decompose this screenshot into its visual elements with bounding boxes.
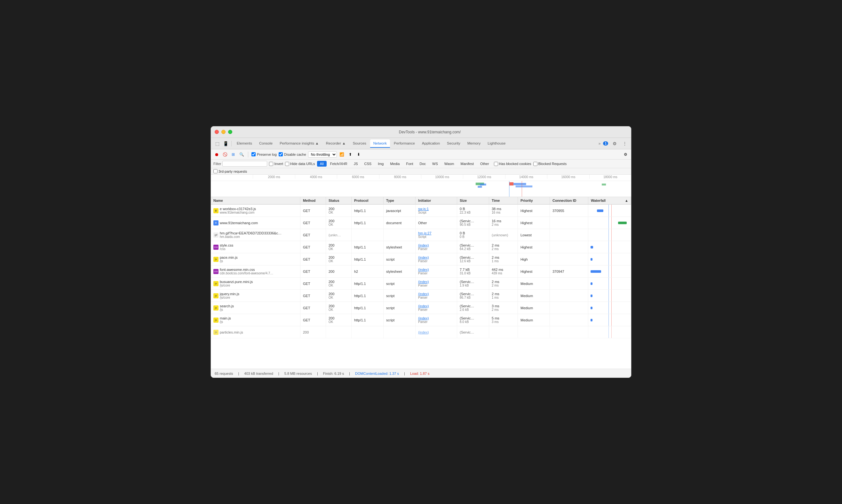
- settings-icon[interactable]: ⚙: [611, 140, 619, 147]
- table-row[interactable]: js search.js /js GET 200OK http/1.1 scri…: [211, 302, 631, 314]
- tab-security[interactable]: Security: [444, 140, 464, 148]
- more-tabs-icon[interactable]: »: [598, 141, 601, 146]
- td-connection: [550, 241, 588, 253]
- td-initiator: (index) Parser: [415, 241, 457, 253]
- preserve-log-checkbox[interactable]: [251, 152, 256, 156]
- td-connection: [550, 217, 588, 229]
- upload-icon[interactable]: ⬆: [347, 151, 354, 158]
- filter-manifest[interactable]: Manifest: [458, 161, 477, 167]
- th-connection[interactable]: Connection ID: [550, 197, 588, 204]
- network-table: Name Method Status Protocol Type Initiat…: [211, 197, 631, 369]
- transferred-size: 403 kB transferred: [244, 372, 273, 375]
- filter-other[interactable]: Other: [477, 161, 492, 167]
- filter-input[interactable]: [222, 161, 267, 167]
- td-initiator: (index) Parser: [415, 290, 457, 302]
- th-waterfall[interactable]: Waterfall▲: [588, 197, 631, 204]
- filter-font[interactable]: Font: [403, 161, 416, 167]
- throttle-select[interactable]: No throttling: [308, 151, 337, 158]
- hide-data-urls-checkbox[interactable]: [285, 162, 289, 166]
- device-icon[interactable]: 📱: [222, 140, 229, 147]
- filter-all[interactable]: All: [317, 161, 327, 167]
- table-row[interactable]: js main.js /js GET 200OK http/1.1 script…: [211, 314, 631, 326]
- network-toolbar: ⏺ 🚫 ⊞ 🔍 Preserve log Disable cache No th…: [211, 149, 631, 160]
- th-initiator[interactable]: Initiator: [415, 197, 457, 204]
- filter-media[interactable]: Media: [387, 161, 402, 167]
- invert-checkbox[interactable]: [269, 162, 273, 166]
- table-row[interactable]: css style.css /css GET 200OK http/1.1 st…: [211, 241, 631, 253]
- tab-lighthouse[interactable]: Lighthouse: [484, 140, 509, 148]
- network-settings-icon[interactable]: ⚙: [622, 151, 629, 158]
- disable-cache-checkbox[interactable]: [279, 152, 283, 156]
- td-name: js search.js /js: [211, 302, 300, 314]
- blocked-requests-label[interactable]: Blocked Requests: [533, 162, 567, 166]
- td-waterfall: [588, 253, 631, 265]
- tab-performance[interactable]: Performance: [391, 140, 418, 148]
- td-method: GET: [300, 229, 326, 241]
- domain: hm.baidu.com: [220, 235, 282, 238]
- has-blocked-label[interactable]: Has blocked cookies: [494, 162, 531, 166]
- table-row[interactable]: gif hm.gif?hca=EEA7D6D72DD33336&c… hm.ba…: [211, 229, 631, 241]
- filter-js[interactable]: JS: [351, 161, 361, 167]
- th-method[interactable]: Method: [300, 197, 326, 204]
- th-type[interactable]: Type: [383, 197, 415, 204]
- td-type: script: [383, 253, 415, 265]
- tab-performance-insights[interactable]: Performance insights ▲: [276, 140, 322, 148]
- filter-doc[interactable]: Doc: [416, 161, 429, 167]
- td-connection: [550, 229, 588, 241]
- disable-cache-label[interactable]: Disable cache: [279, 152, 306, 156]
- td-method: GET: [300, 277, 326, 289]
- th-status[interactable]: Status: [326, 197, 352, 204]
- td-name: js busuanzi.pure.mini.js /js/core: [211, 277, 300, 289]
- timeline-ruler: 2000 ms 4000 ms 6000 ms 8000 ms 10000 ms…: [211, 175, 631, 181]
- th-name[interactable]: Name: [211, 197, 300, 204]
- wifi-icon[interactable]: 📶: [339, 151, 345, 158]
- filter-img[interactable]: Img: [375, 161, 387, 167]
- third-party-label[interactable]: 3rd-party requests: [213, 169, 247, 173]
- tab-elements[interactable]: Elements: [234, 140, 255, 148]
- tab-application[interactable]: Application: [419, 140, 443, 148]
- clear-button[interactable]: 🚫: [222, 151, 228, 158]
- tick-5: 10000 ms: [421, 175, 463, 179]
- filter-wasm[interactable]: Wasm: [442, 161, 457, 167]
- table-row[interactable]: js pace.min.js /js GET 200OK http/1.1 sc…: [211, 253, 631, 266]
- tab-recorder[interactable]: Recorder ▲: [323, 140, 349, 148]
- table-row[interactable]: css font-awesome.min.css cdn.bootcss.com…: [211, 266, 631, 277]
- filter-ws[interactable]: WS: [429, 161, 441, 167]
- minimize-button[interactable]: [221, 130, 226, 134]
- table-row[interactable]: ≡ www.91temaichang.com GET 200OK http/1.…: [211, 217, 631, 229]
- th-priority[interactable]: Priority: [518, 197, 550, 204]
- preserve-log-label[interactable]: Preserve log: [251, 152, 277, 156]
- td-protocol: http/1.1: [352, 290, 383, 302]
- close-button[interactable]: [215, 130, 219, 134]
- th-size[interactable]: Size: [457, 197, 489, 204]
- download-icon[interactable]: ⬇: [355, 151, 362, 158]
- td-time: 2 ms1 ms: [489, 253, 518, 265]
- th-protocol[interactable]: Protocol: [352, 197, 383, 204]
- more-options-icon[interactable]: ⋮: [621, 140, 629, 147]
- dom-content-loaded: DOMContentLoaded: 1.37 s: [355, 372, 399, 375]
- data-separator-1: |: [238, 372, 239, 375]
- filter-fetchxhr[interactable]: Fetch/XHR: [327, 161, 350, 167]
- invert-checkbox-label[interactable]: Invert: [269, 162, 283, 166]
- has-blocked-checkbox[interactable]: [494, 162, 498, 166]
- filter-icon[interactable]: ⊞: [230, 151, 236, 158]
- search-icon[interactable]: 🔍: [238, 151, 245, 158]
- record-button[interactable]: ⏺: [213, 151, 220, 158]
- table-row[interactable]: js busuanzi.pure.mini.js /js/core GET 20…: [211, 277, 631, 290]
- table-row[interactable]: e e workbox-c31742e3.js www.91temaichang…: [211, 205, 631, 217]
- th-time[interactable]: Time: [489, 197, 518, 204]
- tab-sources[interactable]: Sources: [350, 140, 370, 148]
- cursor-icon[interactable]: ⬚: [213, 140, 221, 147]
- hide-data-urls-label[interactable]: Hide data URLs: [285, 162, 315, 166]
- tab-memory[interactable]: Memory: [464, 140, 484, 148]
- tab-console[interactable]: Console: [256, 140, 276, 148]
- tab-network[interactable]: Network: [370, 140, 390, 148]
- maximize-button[interactable]: [228, 130, 232, 134]
- table-row[interactable]: js particles.min.js 200 (index) (Servic…: [211, 326, 631, 338]
- td-initiator: (index) Parser: [415, 302, 457, 314]
- filter-css[interactable]: CSS: [361, 161, 375, 167]
- table-row[interactable]: js jquery.min.js /js/core GET 200OK http…: [211, 290, 631, 302]
- third-party-checkbox[interactable]: [213, 169, 217, 173]
- blocked-requests-checkbox[interactable]: [533, 162, 537, 166]
- td-priority: Highest: [518, 241, 550, 253]
